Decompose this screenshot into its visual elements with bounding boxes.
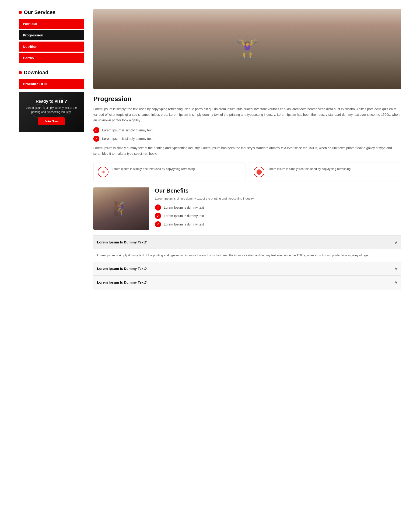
benefits-image bbox=[93, 187, 149, 230]
accordion-icon-2: ∨ bbox=[394, 280, 398, 285]
check-icon: ✓ bbox=[93, 136, 99, 142]
services-title: Our Services bbox=[24, 9, 56, 15]
feature-text-0: Lorem ipsum is simply free text used by … bbox=[112, 167, 196, 172]
download-section-title: Download bbox=[19, 70, 84, 76]
download-dot bbox=[19, 71, 22, 74]
check-label: Lorem Ipsum is simply dummy text bbox=[102, 128, 153, 132]
check-label: Lorem Ipsum is simply dummy text bbox=[102, 137, 153, 140]
service-button-cardio[interactable]: Cardio bbox=[19, 53, 84, 63]
accordion-icon-1: ∨ bbox=[394, 266, 398, 271]
feature-card-1: 🔴 Lorem ipsum is simply free text used b… bbox=[249, 162, 401, 182]
download-section: Download Brochure.DOC bbox=[19, 70, 84, 89]
service-button-nutrition[interactable]: Nutrition bbox=[19, 42, 84, 52]
benefit-item: ✓ Lorem Ipsum is dummy text bbox=[155, 213, 401, 219]
accordion-header-1[interactable]: Lorem Ipsum Is Dummy Text? ∨ bbox=[93, 262, 401, 275]
benefit-label: Lorem Ipsum is dummy text bbox=[164, 222, 204, 226]
feature-text-1: Lorem ipsum is simply free text used by … bbox=[268, 167, 351, 172]
benefit-label: Lorem Ipsum is dummy text bbox=[164, 214, 204, 218]
benefit-check-icon: ✓ bbox=[155, 204, 161, 210]
benefit-check-icon: ✓ bbox=[155, 213, 161, 219]
check-item: ✓ Lorem Ipsum is simply dummy text bbox=[93, 136, 401, 142]
sidebar: Our Services WorkoutProgressionNutrition… bbox=[19, 9, 84, 132]
body-text: Lorem Ipsum is simply dummy text of the … bbox=[93, 145, 401, 157]
benefits-items-list: ✓ Lorem Ipsum is dummy text ✓ Lorem Ipsu… bbox=[155, 204, 401, 227]
accordion-item-0: Lorem Ipsum Is Dummy Text? ∧ Lorem Ipsum… bbox=[93, 236, 401, 262]
accordion-header-0[interactable]: Lorem Ipsum Is Dummy Text? ∧ bbox=[93, 236, 401, 249]
intro-text: Lorem ipsum is simply free text used by … bbox=[93, 106, 401, 123]
feature-cards: ⚛ Lorem ipsum is simply free text used b… bbox=[93, 162, 401, 182]
main-content: Progression Lorem ipsum is simply free t… bbox=[93, 9, 401, 289]
join-now-button[interactable]: Join Now bbox=[38, 117, 65, 125]
accordion-question-1: Lorem Ipsum Is Dummy Text? bbox=[97, 267, 147, 271]
feature-icon-0: ⚛ bbox=[98, 167, 109, 177]
benefits-desc: Lorem Ipsum is simply dummy text of the … bbox=[155, 196, 401, 201]
benefit-check-icon: ✓ bbox=[155, 221, 161, 227]
accordion-item-1: Lorem Ipsum Is Dummy Text? ∨ bbox=[93, 262, 401, 276]
benefit-item: ✓ Lorem Ipsum is dummy text bbox=[155, 221, 401, 227]
accordion-icon-0: ∧ bbox=[394, 240, 398, 245]
services-section-title: Our Services bbox=[19, 9, 84, 15]
accordion-question-0: Lorem Ipsum Is Dummy Text? bbox=[97, 240, 147, 244]
service-button-progression[interactable]: Progression bbox=[19, 30, 84, 40]
hero-image bbox=[93, 9, 401, 89]
services-dot bbox=[19, 11, 22, 14]
page-wrapper: Our Services WorkoutProgressionNutrition… bbox=[0, 0, 420, 299]
promo-text: Lorem Ipsum is simply dummy text of the … bbox=[23, 106, 79, 114]
check-item: ✓ Lorem Ipsum is simply dummy text bbox=[93, 127, 401, 133]
accordion-item-2: Lorem Ipsum Is Dummy Text? ∨ bbox=[93, 276, 401, 289]
benefits-section: Our Benefits Lorem Ipsum is simply dummy… bbox=[93, 187, 401, 230]
brochure-button[interactable]: Brochure.DOC bbox=[19, 79, 84, 89]
promo-box: Ready to Visit ? Lorem Ipsum is simply d… bbox=[19, 92, 84, 132]
services-list: WorkoutProgressionNutritionCardio bbox=[19, 19, 84, 63]
benefit-item: ✓ Lorem Ipsum is dummy text bbox=[155, 204, 401, 210]
accordion: Lorem Ipsum Is Dummy Text? ∧ Lorem Ipsum… bbox=[93, 235, 401, 289]
benefits-image-inner bbox=[93, 187, 149, 230]
accordion-question-2: Lorem Ipsum Is Dummy Text? bbox=[97, 280, 147, 284]
service-button-workout[interactable]: Workout bbox=[19, 19, 84, 29]
feature-icon-1: 🔴 bbox=[254, 167, 264, 177]
layout: Our Services WorkoutProgressionNutrition… bbox=[19, 9, 401, 289]
feature-card-0: ⚛ Lorem ipsum is simply free text used b… bbox=[93, 162, 246, 182]
accordion-body-0: Lorem Ipsum is simply dummy text of the … bbox=[93, 249, 401, 262]
benefits-title: Our Benefits bbox=[155, 187, 401, 194]
hero-image-placeholder bbox=[93, 9, 401, 89]
check-icon: ✓ bbox=[93, 127, 99, 133]
content-title: Progression bbox=[93, 95, 401, 103]
download-title: Download bbox=[24, 70, 48, 76]
benefit-label: Lorem Ipsum is dummy text bbox=[164, 206, 204, 209]
check-items-list: ✓ Lorem Ipsum is simply dummy text ✓ Lor… bbox=[93, 127, 401, 142]
promo-title: Ready to Visit ? bbox=[36, 99, 67, 104]
benefits-content: Our Benefits Lorem Ipsum is simply dummy… bbox=[155, 187, 401, 230]
accordion-header-2[interactable]: Lorem Ipsum Is Dummy Text? ∨ bbox=[93, 276, 401, 289]
